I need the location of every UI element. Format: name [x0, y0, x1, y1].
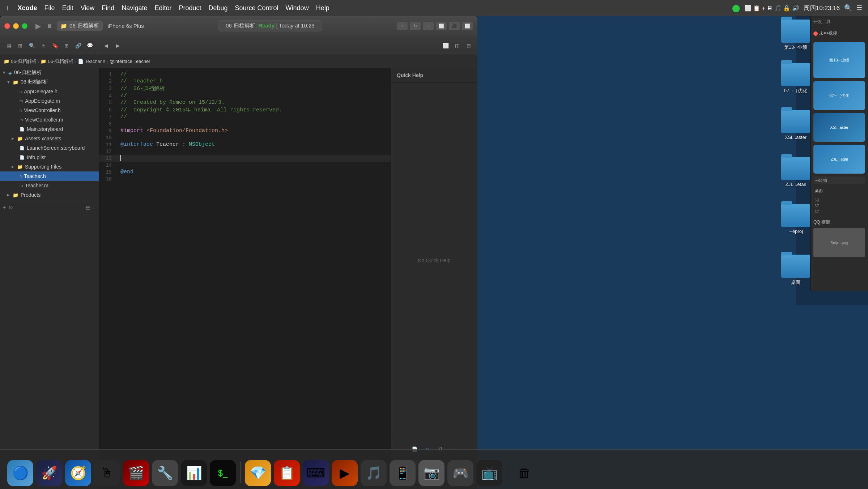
menu-edit[interactable]: Edit [62, 4, 73, 12]
dock-mouse[interactable]: 🖱 [94, 460, 120, 486]
menubar-notifications[interactable]: ☰ [856, 4, 862, 12]
nav-forward[interactable]: ▶ [112, 41, 123, 51]
sidebar-item-info-plist[interactable]: 📄 Info.plist [0, 153, 99, 162]
folder-icon-main: 📁 [13, 80, 18, 85]
menu-window[interactable]: Window [286, 4, 309, 12]
run-button[interactable]: ▶ [35, 22, 41, 30]
dock-overflow[interactable]: 📋 [274, 460, 300, 486]
breadcrumb-current[interactable]: @interface Teacher [110, 59, 150, 64]
sidebar-toggle[interactable]: ▤ [4, 41, 14, 51]
view-toggle-btn[interactable]: ⊙ [9, 204, 13, 210]
dock-app6[interactable]: 📺 [476, 460, 502, 486]
folder-icon-4 [781, 157, 810, 180]
code-editor[interactable]: 1 // 2 // Teacher.h 3 // 06-归档解析 4 // [99, 68, 391, 489]
desktop-folder-6[interactable]: 桌面 [781, 255, 810, 286]
menu-find[interactable]: Find [102, 4, 114, 12]
triangle-root: ▶ [3, 72, 6, 74]
dock-tools[interactable]: 🔧 [152, 460, 178, 486]
project-selector[interactable]: 📁 06-归档解析 [57, 21, 103, 31]
sidebar-item-appdelegate-h[interactable]: h AppDelegate.h [0, 87, 99, 96]
grid-btn[interactable]: ⊞ [61, 41, 72, 51]
menu-navigate[interactable]: Navigate [122, 4, 147, 12]
dock-trash[interactable]: 🗑 [511, 460, 537, 486]
menu-view[interactable]: View [81, 4, 95, 12]
breadcrumb-item-2[interactable]: 📁 06-归档解析 [41, 58, 73, 65]
sidebar-item-products[interactable]: ▶ 📁 Products [0, 190, 99, 200]
sidebar-item-teacher-m[interactable]: m Teacher.m [0, 181, 99, 190]
menu-source-control[interactable]: Source Control [235, 4, 278, 12]
apple-menu[interactable]:  [6, 4, 8, 12]
stop-button[interactable]: ■ [47, 22, 52, 30]
code-line-7: 7 // [99, 114, 391, 120]
sidebar-item-supporting[interactable]: ▶ 📁 Supporting Files [0, 162, 99, 171]
add-file-btn[interactable]: + [3, 204, 6, 210]
menu-xcode[interactable]: Xcode [18, 4, 37, 12]
menu-debug[interactable]: Debug [209, 4, 228, 12]
desktop-folder-1[interactable]: 第13···业绩 [781, 20, 810, 51]
dock-emacs[interactable]: ⌨ [303, 460, 329, 486]
device-selector[interactable]: iPhone 6s Plus [108, 23, 144, 29]
sidebar-item-root[interactable]: ▶ ◈ 06-归档解析 [0, 68, 99, 77]
desktop-folder-5[interactable]: ···eproj [781, 204, 810, 234]
dock-terminal[interactable]: $_ [210, 460, 236, 486]
link-btn[interactable]: 🔗 [73, 41, 83, 51]
nav-back[interactable]: ◀ [101, 41, 111, 51]
dock-istat[interactable]: 📊 [181, 460, 207, 486]
view-btn-2[interactable]: ◫ [452, 41, 462, 51]
sidebar-item-appdelegate-m[interactable]: m AppDelegate.m [0, 96, 99, 106]
toolbar: ▤ ⊞ 🔍 ⚠ 🔖 ⊞ 🔗 💬 ◀ ▶ ⬜ ◫ ⊟ [0, 36, 477, 55]
sidebar-item-viewcontroller-h[interactable]: h ViewController.h [0, 106, 99, 115]
menu-file[interactable]: File [44, 4, 55, 12]
scheme-menu[interactable]: ⊞ [15, 41, 25, 51]
comment-btn[interactable]: 💬 [85, 41, 95, 51]
sidebar-item-launchscreen[interactable]: 📄 LaunchScreen.storyboard [0, 143, 99, 153]
warning-btn[interactable]: ⚠ [38, 41, 48, 51]
menu-editor[interactable]: Editor [154, 4, 171, 12]
info-btn[interactable]: □ [93, 204, 96, 210]
menubar-time: 周四10:23:16 [804, 4, 840, 12]
search-btn[interactable]: 🔍 [27, 41, 37, 51]
breadcrumb-item-1[interactable]: 📁 06-归档解析 [4, 58, 37, 65]
dock-finder[interactable]: 🔵 [7, 460, 33, 486]
sidebar-item-assets[interactable]: ▶ 📁 Assets.xcassets [0, 134, 99, 143]
dock-app2[interactable]: 🎵 [361, 460, 387, 486]
desktop-folder-2[interactable]: 07···（优化 [781, 63, 810, 94]
dock-photobooth[interactable]: 🎬 [123, 460, 149, 486]
folder-icon-1 [781, 20, 810, 43]
dock-launchpad[interactable]: 🚀 [36, 460, 62, 486]
layout-btn-3[interactable]: → [422, 22, 434, 30]
view-btn-3[interactable]: ⊟ [464, 41, 474, 51]
desktop-folder-3[interactable]: XSl...aster [781, 110, 810, 140]
sidebar-item-folder-main[interactable]: ▶ 📁 06-归档解析 [0, 77, 99, 87]
folder-label-1: 第13···业绩 [784, 44, 807, 51]
bookmark-btn[interactable]: 🔖 [50, 41, 60, 51]
close-button[interactable] [4, 23, 10, 29]
dock-app5[interactable]: 🎮 [447, 460, 473, 486]
view-btn-1[interactable]: ⬜ [441, 41, 451, 51]
breadcrumb-item-3[interactable]: 📄 Teacher.h [78, 59, 105, 64]
main-layout: ▶ ◈ 06-归档解析 ▶ 📁 06-归档解析 h AppDelegate.h … [0, 68, 477, 489]
sidebar-bottom: + ⊙ ▤ □ [0, 200, 99, 214]
menu-help[interactable]: Help [316, 4, 329, 12]
sidebar-item-viewcontroller-m[interactable]: m ViewController.m [0, 115, 99, 124]
layout-btn-6[interactable]: ⬜ [461, 22, 473, 30]
file-icon-vc-h: h [20, 108, 22, 112]
menubar-search[interactable]: 🔍 [844, 4, 852, 12]
layout-btn-1[interactable]: ≡ [396, 22, 408, 30]
dock-safari[interactable]: 🧭 [65, 460, 91, 486]
dock-app1[interactable]: ▶ [332, 460, 358, 486]
maximize-button[interactable] [22, 23, 27, 29]
layout-btn-4[interactable]: ⬜ [435, 22, 447, 30]
sidebar-item-main-storyboard[interactable]: 📄 Main.storyboard [0, 124, 99, 134]
layout-btn-2[interactable]: ↻ [409, 22, 421, 30]
dock-app4[interactable]: 📷 [418, 460, 444, 486]
menu-product[interactable]: Product [179, 4, 201, 12]
dock-sketch[interactable]: 💎 [245, 460, 271, 486]
minimize-button[interactable] [13, 23, 19, 29]
code-content: 1 // 2 // Teacher.h 3 // 06-归档解析 4 // [99, 68, 391, 185]
desktop-folder-4[interactable]: ZJL...etail [781, 157, 810, 187]
layout-btn-5[interactable]: ⬛ [448, 22, 460, 30]
dock-app3[interactable]: 📱 [390, 460, 416, 486]
sidebar-item-teacher-h[interactable]: h Teacher.h [0, 171, 99, 181]
filter-btn[interactable]: ▤ [86, 204, 90, 210]
